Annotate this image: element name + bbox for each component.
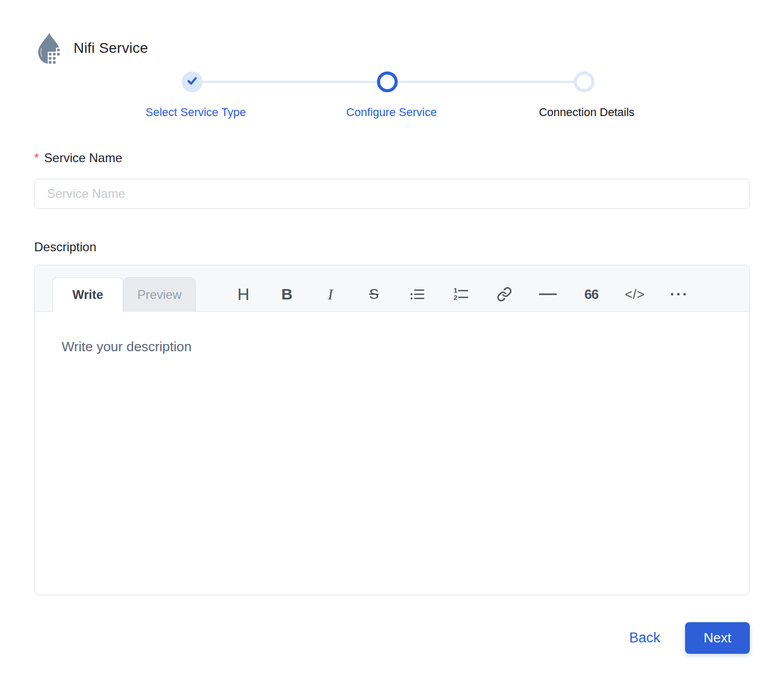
bold-button[interactable]: B xyxy=(265,277,309,311)
heading-button[interactable]: H xyxy=(222,277,265,311)
step-label-connection-details[interactable]: Connection Details xyxy=(539,106,635,119)
bold-icon: B xyxy=(281,285,293,303)
tab-preview[interactable]: Preview xyxy=(123,277,196,311)
unordered-list-icon xyxy=(410,286,425,302)
more-icon xyxy=(670,292,687,297)
page-header: Nifi Service xyxy=(34,32,750,64)
next-button[interactable]: Next xyxy=(685,622,750,654)
strikethrough-button[interactable]: S xyxy=(352,277,396,311)
quote-button[interactable]: 66 xyxy=(570,277,613,311)
svg-text:2: 2 xyxy=(454,294,457,302)
svg-text:1: 1 xyxy=(454,286,457,294)
heading-icon: H xyxy=(237,285,249,304)
description-textarea[interactable] xyxy=(35,312,749,595)
link-icon xyxy=(497,286,512,302)
nifi-drop-icon xyxy=(34,32,64,64)
quote-icon: 66 xyxy=(585,286,599,303)
italic-icon: I xyxy=(328,285,333,303)
check-icon xyxy=(186,75,198,89)
service-name-label-row: *Service Name xyxy=(34,151,750,165)
unordered-list-button[interactable] xyxy=(396,277,439,311)
toolbar-icons: H B I S xyxy=(222,277,700,311)
link-button[interactable] xyxy=(483,277,526,311)
step-3-pending-dot[interactable] xyxy=(574,71,594,92)
ordered-list-icon: 1 2 xyxy=(453,286,469,302)
step-1-completed-dot[interactable] xyxy=(182,71,202,92)
step-2-active-dot[interactable] xyxy=(377,71,398,92)
nifi-service-wizard: Nifi Service Select Service Type Configu… xyxy=(0,0,784,689)
italic-button[interactable]: I xyxy=(309,277,352,311)
more-button[interactable] xyxy=(657,277,700,311)
wizard-stepper: Select Service Type Configure Service Co… xyxy=(34,71,750,126)
description-label: Description xyxy=(34,240,750,254)
editor-toolbar: Write Preview H B I S xyxy=(35,265,749,312)
step-connector-1 xyxy=(192,81,387,83)
back-button[interactable]: Back xyxy=(629,630,660,646)
horizontal-rule-button[interactable] xyxy=(526,277,570,311)
code-button[interactable]: </> xyxy=(613,277,657,311)
step-label-configure-service[interactable]: Configure Service xyxy=(346,106,437,119)
description-editor: Write Preview H B I S xyxy=(34,265,750,595)
ordered-list-button[interactable]: 1 2 xyxy=(439,277,483,311)
service-name-input[interactable] xyxy=(34,179,750,209)
strikethrough-icon: S xyxy=(369,286,379,303)
wizard-footer: Back Next xyxy=(34,622,750,654)
required-asterisk: * xyxy=(34,151,39,165)
step-connector-2 xyxy=(387,81,584,83)
horizontal-rule-icon xyxy=(539,292,557,296)
code-icon: </> xyxy=(625,287,645,302)
editor-content xyxy=(35,312,749,595)
tab-write[interactable]: Write xyxy=(52,277,123,312)
step-label-select-service-type[interactable]: Select Service Type xyxy=(146,106,246,119)
service-name-label: Service Name xyxy=(44,151,122,165)
page-title: Nifi Service xyxy=(74,40,148,56)
